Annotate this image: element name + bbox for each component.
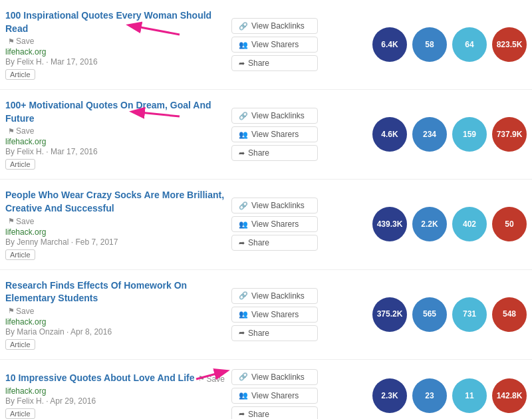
view-backlinks-button[interactable]: 🔗View Backlinks xyxy=(231,288,318,304)
view-backlinks-button[interactable]: 🔗View Backlinks xyxy=(231,108,318,124)
metric-circle-2: 11 xyxy=(452,378,487,413)
article-title[interactable]: 100+ Motivational Quotes On Dream, Goal … xyxy=(5,99,225,125)
share-button[interactable]: ➦Share xyxy=(231,235,318,251)
view-backlinks-button[interactable]: 🔗View Backlinks xyxy=(231,18,318,34)
article-row: 100+ Motivational Quotes On Dream, Goal … xyxy=(0,90,532,180)
metric-circle-0: 439.3K xyxy=(372,207,407,241)
article-meta: By Felix H. · Mar 17, 2016 xyxy=(5,57,225,67)
article-domain[interactable]: lifehack.org xyxy=(5,386,225,396)
save-label: Save xyxy=(16,217,34,226)
metric-circle-3: 737.9K xyxy=(492,117,527,152)
metric-circle-0: 2.3K xyxy=(372,378,407,413)
backlinks-icon: 🔗 xyxy=(239,372,248,381)
metric-circle-2: 402 xyxy=(452,207,487,241)
share-label: Share xyxy=(248,329,269,338)
backlinks-icon: 🔗 xyxy=(239,22,248,31)
save-button[interactable]: ⚑Save xyxy=(8,307,34,316)
share-icon: ➦ xyxy=(239,149,245,158)
article-info: 10 Impressive Quotes About Love And Life… xyxy=(5,372,231,419)
backlinks-icon: 🔗 xyxy=(239,112,248,120)
article-row: People Who Wear Crazy Socks Are More Bri… xyxy=(0,180,532,269)
article-metrics: 4.6K234159737.9K xyxy=(318,117,527,152)
bookmark-icon: ⚑ xyxy=(8,37,15,46)
save-button[interactable]: ⚑Save xyxy=(198,374,224,384)
view-backlinks-button[interactable]: 🔗View Backlinks xyxy=(231,198,318,213)
share-icon: ➦ xyxy=(239,59,245,68)
share-label: Share xyxy=(248,410,269,419)
article-actions: 🔗View Backlinks👥View Sharers➦Share xyxy=(231,198,318,251)
sharers-icon: 👥 xyxy=(239,310,248,319)
save-button[interactable]: ⚑Save xyxy=(8,126,34,136)
article-meta: By Felix H. · Apr 29, 2016 xyxy=(5,396,225,406)
article-metrics: 375.2K565731548 xyxy=(318,297,527,332)
article-type-badge: Article xyxy=(5,339,35,350)
sharers-label: View Sharers xyxy=(251,391,299,400)
article-row: 100 Inspirational Quotes Every Woman Sho… xyxy=(0,0,532,90)
article-domain[interactable]: lifehack.org xyxy=(5,137,225,146)
article-title[interactable]: 100 Inspirational Quotes Every Woman Sho… xyxy=(5,9,225,35)
backlinks-label: View Backlinks xyxy=(251,111,305,120)
view-sharers-button[interactable]: 👥View Sharers xyxy=(231,37,318,53)
share-button[interactable]: ➦Share xyxy=(231,406,318,419)
share-button[interactable]: ➦Share xyxy=(231,325,318,341)
article-meta: By Jenny Marchal · Feb 7, 2017 xyxy=(5,237,225,247)
sharers-label: View Sharers xyxy=(251,40,299,49)
metric-circle-0: 4.6K xyxy=(372,117,407,152)
backlinks-label: View Backlinks xyxy=(251,372,305,382)
view-sharers-button[interactable]: 👥View Sharers xyxy=(231,307,318,323)
view-backlinks-button[interactable]: 🔗View Backlinks xyxy=(231,369,318,385)
metric-circle-2: 64 xyxy=(452,27,487,62)
view-sharers-button[interactable]: 👥View Sharers xyxy=(231,216,318,232)
backlinks-label: View Backlinks xyxy=(251,201,305,210)
sharers-label: View Sharers xyxy=(251,130,299,139)
sharers-label: View Sharers xyxy=(251,219,299,229)
article-title[interactable]: 10 Impressive Quotes About Love And Life xyxy=(5,372,194,385)
sharers-label: View Sharers xyxy=(251,310,299,319)
sharers-icon: 👥 xyxy=(239,220,248,229)
share-label: Share xyxy=(248,148,269,158)
article-info: Research Finds Effects Of Homework On El… xyxy=(5,279,231,350)
save-label: Save xyxy=(16,307,34,316)
article-type-badge: Article xyxy=(5,408,35,419)
article-info: 100 Inspirational Quotes Every Woman Sho… xyxy=(5,9,231,80)
backlinks-icon: 🔗 xyxy=(239,202,248,210)
metric-circle-2: 731 xyxy=(452,297,487,332)
article-meta: By Felix H. · Mar 17, 2016 xyxy=(5,147,225,156)
share-icon: ➦ xyxy=(239,239,245,247)
article-info: People Who Wear Crazy Socks Are More Bri… xyxy=(5,189,231,259)
metric-circle-3: 823.5K xyxy=(492,27,527,62)
save-button[interactable]: ⚑Save xyxy=(8,37,34,46)
article-metrics: 439.3K2.2K40250 xyxy=(318,207,527,241)
metric-circle-3: 142.8K xyxy=(492,378,527,413)
article-meta: By Maria Onzain · Apr 8, 2016 xyxy=(5,327,225,337)
article-type-badge: Article xyxy=(5,159,35,170)
view-sharers-button[interactable]: 👥View Sharers xyxy=(231,126,318,142)
article-domain[interactable]: lifehack.org xyxy=(5,227,225,237)
bookmark-icon: ⚑ xyxy=(8,307,15,315)
share-label: Share xyxy=(248,59,269,68)
metric-circle-3: 50 xyxy=(492,207,527,241)
article-title[interactable]: People Who Wear Crazy Socks Are More Bri… xyxy=(5,189,225,215)
share-button[interactable]: ➦Share xyxy=(231,145,318,161)
share-button[interactable]: ➦Share xyxy=(231,55,318,71)
article-type-badge: Article xyxy=(5,249,35,260)
article-domain[interactable]: lifehack.org xyxy=(5,47,225,57)
metric-circle-1: 565 xyxy=(412,297,447,332)
metric-circle-1: 58 xyxy=(412,27,447,62)
article-actions: 🔗View Backlinks👥View Sharers➦Share xyxy=(231,18,318,71)
metric-circle-1: 23 xyxy=(412,378,447,413)
article-actions: 🔗View Backlinks👥View Sharers➦Share xyxy=(231,369,318,419)
article-domain[interactable]: lifehack.org xyxy=(5,317,225,327)
bookmark-icon: ⚑ xyxy=(8,217,15,225)
metric-circle-3: 548 xyxy=(492,297,527,332)
metric-circle-0: 6.4K xyxy=(372,27,407,62)
article-title[interactable]: Research Finds Effects Of Homework On El… xyxy=(5,279,225,305)
metric-circle-1: 2.2K xyxy=(412,207,447,241)
sharers-icon: 👥 xyxy=(239,41,248,49)
article-metrics: 2.3K2311142.8K xyxy=(318,378,527,413)
save-label: Save xyxy=(206,374,224,384)
articles-container: 100 Inspirational Quotes Every Woman Sho… xyxy=(0,0,532,419)
metric-circle-1: 234 xyxy=(412,117,447,152)
view-sharers-button[interactable]: 👥View Sharers xyxy=(231,388,318,404)
save-button[interactable]: ⚑Save xyxy=(8,217,34,226)
